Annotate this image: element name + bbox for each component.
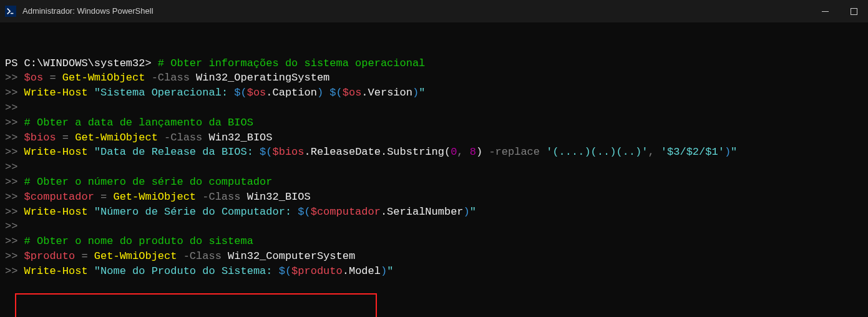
- terminal-token: Win32_ComputerSystem: [228, 250, 355, 262]
- terminal-token: >>: [5, 176, 24, 188]
- terminal-line: PS C:\WINDOWS\system32> # Obter informaç…: [5, 56, 863, 71]
- terminal-token: [196, 191, 202, 203]
- terminal-token: .Model: [343, 265, 381, 277]
- terminal-token: # Obter a data de lançamento da BIOS: [24, 117, 253, 129]
- terminal-token: [158, 132, 164, 144]
- terminal-token: =: [43, 72, 62, 84]
- terminal-token: -Class: [183, 250, 228, 262]
- terminal-token: '$3/$2/$1': [661, 146, 724, 158]
- terminal-token: >>: [5, 235, 24, 247]
- terminal-token: .Caption: [266, 87, 317, 99]
- terminal-token: >>: [5, 132, 24, 144]
- terminal-line: >> # Obter o nome do produto do sistema: [5, 234, 863, 249]
- terminal-token: .SerialNumber: [381, 206, 464, 218]
- terminal-token: $(: [234, 87, 246, 99]
- svg-rect-1: [851, 8, 857, 14]
- terminal-token: 8: [470, 146, 476, 158]
- terminal-output[interactable]: PS C:\WINDOWS\system32> # Obter informaç…: [0, 22, 868, 317]
- terminal-token: [88, 146, 94, 158]
- terminal-token: =: [56, 132, 76, 144]
- terminal-token: "Nome do Produto do Sistema:: [94, 265, 279, 277]
- powershell-icon: [5, 6, 16, 17]
- terminal-line: >> Write-Host "Nome do Produto do Sistem…: [5, 264, 863, 279]
- terminal-line: >> $bios = Get-WmiObject -Class Win32_BI…: [5, 130, 863, 145]
- terminal-token: $(: [329, 87, 342, 99]
- terminal-token: ): [464, 206, 470, 218]
- window-controls: [811, 0, 868, 22]
- terminal-line: >> $computador = Get-WmiObject -Class Wi…: [5, 190, 863, 205]
- terminal-token: ): [317, 87, 323, 99]
- terminal-token: Write-Host: [24, 265, 88, 277]
- terminal-token: 0: [451, 146, 457, 158]
- terminal-token: '(....)(..)(..)': [546, 146, 648, 158]
- terminal-line: >> Write-Host "Data de Release da BIOS: …: [5, 145, 863, 160]
- window-title: Administrador: Windows PowerShell: [22, 6, 811, 17]
- terminal-token: .ReleaseDate.Substring(: [305, 146, 451, 158]
- terminal-line: >> $os = Get-WmiObject -Class Win32_Oper…: [5, 71, 863, 85]
- terminal-token: [177, 250, 183, 262]
- terminal-script-lines: PS C:\WINDOWS\system32> # Obter informaç…: [5, 56, 863, 279]
- terminal-token: Write-Host: [24, 87, 88, 99]
- terminal-token: "Data de Release da BIOS:: [94, 146, 260, 158]
- highlighted-output-box: Sistema Operacional: Microsoft Windows 1…: [15, 293, 376, 317]
- terminal-token: ": [470, 206, 476, 218]
- terminal-token: >>: [5, 161, 17, 173]
- terminal-line: >>: [5, 100, 863, 115]
- terminal-token: >>: [5, 146, 24, 158]
- terminal-token: ): [724, 146, 731, 158]
- terminal-token: $computador: [311, 206, 381, 218]
- terminal-token: ,: [457, 146, 469, 158]
- terminal-token: $(: [298, 206, 310, 218]
- terminal-token: $(: [279, 265, 291, 277]
- window-titlebar: Administrador: Windows PowerShell: [0, 0, 868, 22]
- terminal-token: ": [731, 146, 737, 158]
- terminal-token: -Class: [202, 191, 246, 203]
- terminal-token: [145, 72, 151, 84]
- terminal-token: >>: [5, 265, 24, 277]
- terminal-line: >>: [5, 160, 863, 175]
- terminal-token: -Class: [164, 132, 208, 144]
- terminal-token: $produto: [24, 250, 76, 262]
- terminal-token: $bios: [24, 132, 56, 144]
- terminal-token: >>: [5, 220, 17, 232]
- terminal-token: Win32_BIOS: [208, 132, 272, 144]
- terminal-token: ": [387, 265, 393, 277]
- terminal-token: $os: [247, 87, 266, 99]
- terminal-token: Get-WmiObject: [75, 132, 158, 144]
- maximize-button[interactable]: [839, 0, 868, 22]
- terminal-token: [88, 206, 94, 218]
- terminal-token: $bios: [273, 146, 305, 158]
- terminal-token: "Sistema Operacional:: [94, 87, 234, 99]
- terminal-token: "Número de Série do Computador:: [94, 206, 298, 218]
- terminal-token: PS C:\WINDOWS\system32>: [5, 57, 158, 69]
- terminal-token: >>: [5, 191, 24, 203]
- terminal-token: -Class: [152, 72, 196, 84]
- terminal-line: >> Write-Host "Número de Série do Comput…: [5, 205, 863, 220]
- terminal-line: >>: [5, 219, 863, 234]
- terminal-line: >> $produto = Get-WmiObject -Class Win32…: [5, 249, 863, 264]
- terminal-token: # Obter o nome do produto do sistema: [24, 235, 253, 247]
- terminal-token: Write-Host: [24, 146, 88, 158]
- terminal-token: $produto: [291, 265, 343, 277]
- terminal-token: >>: [5, 102, 17, 114]
- terminal-token: Write-Host: [24, 206, 88, 218]
- terminal-line: >> # Obter a data de lançamento da BIOS: [5, 115, 863, 130]
- terminal-token: Get-WmiObject: [94, 250, 177, 262]
- terminal-token: >>: [5, 206, 24, 218]
- terminal-token: ): [412, 87, 419, 99]
- terminal-token: ): [381, 265, 387, 277]
- terminal-token: >>: [5, 87, 24, 99]
- terminal-token: Get-WmiObject: [113, 191, 196, 203]
- terminal-token: -replace: [489, 146, 546, 158]
- terminal-token: $os: [24, 72, 44, 84]
- terminal-token: [323, 87, 329, 99]
- terminal-token: $(: [260, 146, 272, 158]
- terminal-token: .Version: [361, 87, 412, 99]
- minimize-button[interactable]: [811, 0, 839, 22]
- terminal-token: >>: [5, 117, 24, 129]
- terminal-token: # Obter o número de série do computador: [24, 176, 273, 188]
- terminal-token: # Obter informações do sistema operacion…: [158, 57, 425, 69]
- terminal-line: >> # Obter o número de série do computad…: [5, 175, 863, 190]
- terminal-token: $computador: [24, 191, 94, 203]
- terminal-token: =: [75, 250, 94, 262]
